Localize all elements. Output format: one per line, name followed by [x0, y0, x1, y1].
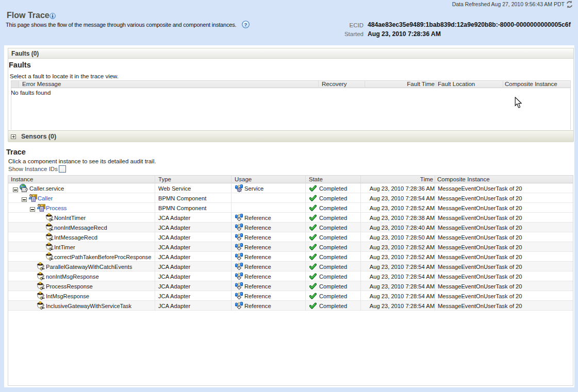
svg-text:?: ?	[244, 22, 247, 27]
